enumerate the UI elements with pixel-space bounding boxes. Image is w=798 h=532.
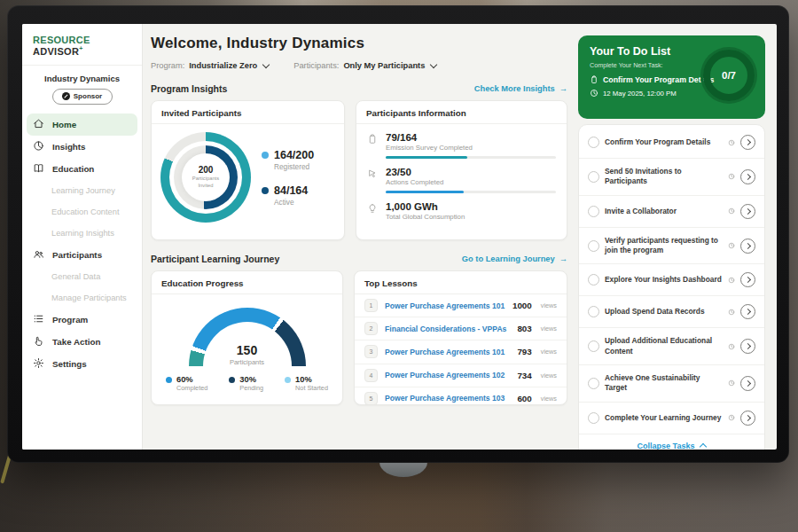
main-content: Welcome, Industry Dynamics Program: Indu… <box>151 24 567 450</box>
donut-legend: 164/200 Registered 84/164 Active <box>262 149 314 207</box>
card-title: Education Progress <box>152 271 342 294</box>
sponsor-badge[interactable]: Sponsor <box>52 89 113 105</box>
chevron-right-button[interactable] <box>740 272 755 287</box>
participants-dropdown[interactable]: Participants: Only My Participants <box>293 61 436 70</box>
task-label: Achieve One Sustainability Target <box>605 373 723 394</box>
progress-fill <box>386 156 467 159</box>
learning-journey-heading: Participant Learning Journey <box>151 254 279 264</box>
lesson-views: 734 <box>517 371 531 380</box>
home-icon <box>33 118 45 130</box>
chevron-right-button[interactable] <box>740 376 755 391</box>
chevron-right-button[interactable] <box>740 339 755 354</box>
lesson-link[interactable]: Financial Considerations - VPPAs <box>385 325 510 333</box>
task-label: Upload Spend Data Records <box>605 307 723 317</box>
task-row-achieve-sustainability-target[interactable]: Achieve One Sustainability Target <box>579 365 764 403</box>
lesson-link[interactable]: Power Purchase Agreements 103 <box>385 394 510 403</box>
sponsor-label: Sponsor <box>74 92 102 100</box>
education-progress-card: Education Progress 150 Participants 60% <box>151 270 343 405</box>
bulb-icon <box>367 203 379 221</box>
gear-icon <box>33 357 45 370</box>
app-logo: RESOURCE ADVISOR+ <box>22 33 142 66</box>
monitor-bezel: RESOURCE ADVISOR+ Industry Dynamics Spon… <box>7 5 789 463</box>
task-row-confirm-program-details[interactable]: Confirm Your Program Details <box>579 127 764 159</box>
sidebar-item-insights[interactable]: Insights <box>22 136 142 158</box>
views-label: views <box>541 301 557 309</box>
sidebar-item-learning-journey[interactable]: Learning Journey <box>22 180 142 201</box>
sidebar-item-education-content[interactable]: Education Content <box>22 201 142 223</box>
checkbox[interactable] <box>588 274 599 286</box>
chevron-right-button[interactable] <box>740 239 755 254</box>
card-title: Participants Information <box>356 101 567 124</box>
task-row-invite-collaborator[interactable]: Invite a Collaborator <box>579 196 764 228</box>
sidebar-item-education[interactable]: Education <box>22 158 142 180</box>
arrow-right-icon: → <box>559 84 567 93</box>
checkbox[interactable] <box>588 412 599 424</box>
brand-primary: RESOURCE <box>33 35 90 45</box>
lesson-link[interactable]: Power Purchase Agreements 101 <box>385 348 510 356</box>
check-more-insights-link[interactable]: Check More Insights → <box>474 84 567 93</box>
task-row-explore-insights[interactable]: Explore Your Insights Dashboard <box>579 264 764 296</box>
sidebar-item-learning-insights[interactable]: Learning Insights <box>22 223 142 244</box>
sidebar-item-program[interactable]: Program <box>22 309 142 331</box>
task-row-send-invitations[interactable]: Send 50 Invitations to Participants <box>579 159 764 196</box>
clipboard-icon <box>590 75 598 84</box>
lesson-row[interactable]: 2 Financial Considerations - VPPAs 803 v… <box>355 317 567 340</box>
go-to-learning-journey-link[interactable]: Go to Learning Journey → <box>462 254 567 263</box>
lesson-link[interactable]: Power Purchase Agreements 102 <box>385 371 510 379</box>
registered-dot-icon <box>262 152 269 159</box>
checkbox[interactable] <box>588 240 599 252</box>
lesson-row[interactable]: 5 Power Purchase Agreements 103 600 view… <box>355 387 567 410</box>
emission-survey-row: 79/164 Emission Survey Completed <box>367 132 556 159</box>
collapse-tasks-link[interactable]: Collapse Tasks <box>579 434 764 450</box>
sidebar-item-take-action[interactable]: Take Action <box>22 331 142 353</box>
not-started-value: 10% <box>295 375 328 384</box>
sidebar-item-participants[interactable]: Participants <box>22 244 142 266</box>
task-label: Invite a Collaborator <box>605 207 723 216</box>
chevron-right-button[interactable] <box>740 135 755 150</box>
lesson-rank: 2 <box>364 322 378 335</box>
task-row-upload-spend-data[interactable]: Upload Spend Data Records <box>579 296 764 328</box>
todo-due-label: 12 May 2025, 12:00 PM <box>603 90 677 98</box>
lesson-rank: 5 <box>364 392 378 405</box>
task-row-verify-participants[interactable]: Verify participants requesting to join t… <box>579 228 764 265</box>
lesson-link[interactable]: Power Purchase Agreements 101 <box>385 301 505 310</box>
lesson-row[interactable]: 1 Power Purchase Agreements 101 1000 vie… <box>355 294 567 317</box>
checkbox[interactable] <box>588 340 599 352</box>
sidebar-item-label: Program <box>52 315 88 325</box>
sidebar-item-home[interactable]: Home <box>27 113 137 136</box>
chevron-right-button[interactable] <box>740 204 755 219</box>
checkbox[interactable] <box>588 206 599 217</box>
lesson-row[interactable]: 3 Power Purchase Agreements 101 793 view… <box>355 340 567 364</box>
chevron-right-button[interactable] <box>740 411 755 426</box>
donut-center: 200 Participants Invited <box>182 153 230 201</box>
page-title: Welcome, Industry Dynamics <box>151 35 567 52</box>
active-value: 84/164 <box>274 184 308 197</box>
legend-registered: 164/200 Registered <box>262 149 314 171</box>
sidebar-item-label: Education <box>52 164 94 174</box>
clock-icon <box>728 343 735 350</box>
chevron-right-button[interactable] <box>740 169 755 184</box>
checkbox[interactable] <box>588 378 599 389</box>
dashboard-screen: RESOURCE ADVISOR+ Industry Dynamics Spon… <box>22 24 777 450</box>
clock-icon <box>590 89 598 98</box>
program-filter-value: Industrialize Zero <box>189 61 257 70</box>
checkbox[interactable] <box>588 306 599 317</box>
top-lessons-card: Top Lessons 1 Power Purchase Agreements … <box>354 270 567 405</box>
checkbox[interactable] <box>588 171 599 183</box>
completed-dot-icon <box>166 377 172 383</box>
task-label: Confirm Your Program Details <box>605 137 723 147</box>
sidebar-item-general-data[interactable]: General Data <box>22 266 142 287</box>
chevron-right-icon <box>744 242 750 248</box>
education-progress-gauge-chart: 150 Participants <box>189 308 306 366</box>
lesson-row[interactable]: 4 Power Purchase Agreements 102 734 view… <box>355 364 567 387</box>
sidebar-item-settings[interactable]: Settings <box>22 353 142 375</box>
program-dropdown[interactable]: Program: Industrialize Zero <box>151 61 269 70</box>
sidebar-item-manage-participants[interactable]: Manage Participants <box>22 287 142 309</box>
sidebar-item-label: Settings <box>52 359 87 369</box>
cursor-icon <box>367 168 379 193</box>
checkbox[interactable] <box>588 137 599 148</box>
chevron-right-button[interactable] <box>740 304 755 319</box>
task-row-upload-educational-content[interactable]: Upload Additional Educational Content <box>579 328 764 365</box>
chevron-right-icon <box>744 380 750 387</box>
task-row-complete-learning-journey[interactable]: Complete Your Learning Journey <box>579 403 764 434</box>
